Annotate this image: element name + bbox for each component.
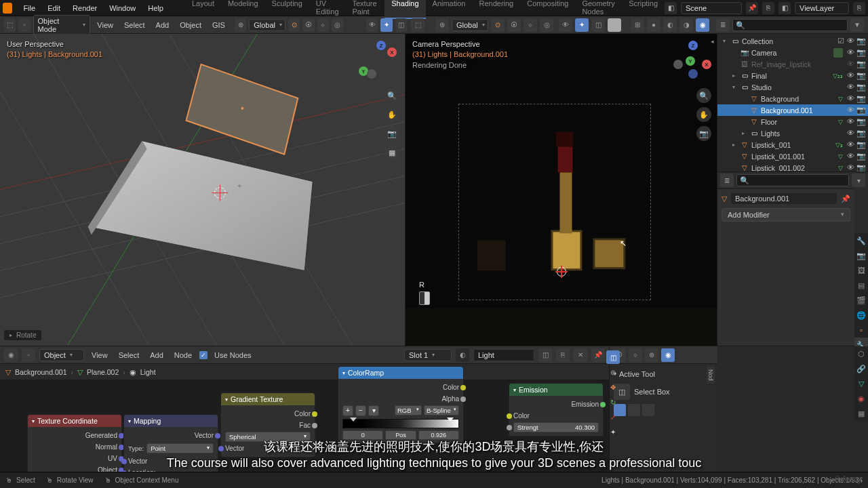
node-mapping[interactable]: Mapping Vector Type: Point▾ Vector Locat…	[123, 414, 218, 472]
outliner-item-background[interactable]: ▽Background▽👁📷	[717, 93, 868, 104]
outliner-item-lipstick-001[interactable]: ▸▽Lipstick_001▽₃👁📷	[717, 139, 868, 150]
ramp-pos-value[interactable]: 0.926	[418, 430, 459, 440]
operator-label[interactable]: ▸Rotate	[4, 330, 41, 340]
pan-icon[interactable]: ✋	[384, 107, 399, 122]
menu-view[interactable]: View	[93, 21, 117, 29]
gizmo-icon-r[interactable]: ✦	[575, 18, 589, 32]
ramp-add-icon[interactable]: +	[342, 405, 353, 416]
overlay-p-icon[interactable]: ⊕	[645, 348, 658, 362]
tab-geometry-nodes[interactable]: Geometry Nodes	[575, 0, 622, 19]
visibility-icon-r[interactable]: 👁	[559, 18, 572, 32]
pin-icon[interactable]: 📌	[841, 195, 850, 203]
menu-window[interactable]: Window	[104, 2, 141, 14]
outliner-item-lipstick-001-001[interactable]: ▽Lipstick_001.001▽👁📷	[717, 150, 868, 162]
node-menu-select[interactable]: Select	[115, 351, 143, 359]
tool-move-icon[interactable]: ✥	[606, 380, 620, 394]
perspective-toggle-icon[interactable]: ▦	[384, 145, 399, 160]
menu-gis[interactable]: GIS	[208, 21, 229, 29]
snap-target-icon-r[interactable]: ⟐	[524, 18, 537, 32]
proportional-icon[interactable]: ◎	[332, 18, 343, 32]
tab-view-layer-icon[interactable]: ▤	[854, 278, 868, 293]
pivot-icon[interactable]: ⊙	[288, 18, 300, 32]
menu-render[interactable]: Render	[67, 2, 102, 14]
material-pin-icon[interactable]: 📌	[591, 348, 605, 362]
view-layer-field[interactable]: ViewLayer	[795, 2, 849, 14]
outliner-item-studio[interactable]: ▾▭Studio👁📷	[717, 81, 868, 93]
shading-p-icon[interactable]: ◉	[661, 348, 675, 362]
tool-scale-icon[interactable]: ⤢	[606, 410, 620, 424]
add-modifier-dropdown[interactable]: Add Modifier	[722, 208, 850, 222]
pivot-icon-r[interactable]: ⊙	[491, 18, 505, 32]
bc-material[interactable]: Light	[140, 368, 156, 376]
scene-browse-icon[interactable]: ◧	[665, 2, 677, 14]
tool-rotate-icon[interactable]: ↻	[606, 395, 620, 409]
node-gradient-texture[interactable]: Gradient Texture Color Fac Spherical▾ Ve…	[220, 392, 315, 458]
slot-dropdown[interactable]: Slot 1	[404, 349, 452, 361]
snap-target-icon[interactable]: ⟐	[317, 18, 329, 32]
material-browse-icon[interactable]: ◫	[538, 348, 552, 362]
axis-gizmo[interactable]: X Y Z	[359, 41, 397, 79]
select-mode-3-icon[interactable]	[642, 404, 654, 416]
shading-matcap-icon[interactable]: ◐	[663, 18, 677, 32]
color-ramp-gradient[interactable]	[342, 419, 459, 428]
tab-scene-icon[interactable]: 🎬	[854, 293, 868, 308]
tab-texture-icon[interactable]: ▦	[854, 406, 868, 421]
tab-rendering[interactable]: Rendering	[472, 0, 520, 19]
display-mode-icon[interactable]: ≣	[720, 174, 734, 187]
pan-icon-r[interactable]: ✋	[696, 107, 711, 122]
tool-select-icon[interactable]: ◫	[606, 350, 620, 364]
node-menu-add[interactable]: Add	[146, 351, 167, 359]
menu-select[interactable]: Select	[120, 21, 149, 29]
ramp-remove-icon[interactable]: −	[355, 405, 366, 416]
tab-object-icon[interactable]: ▫	[854, 323, 868, 338]
zoom-icon-r[interactable]: 🔍	[696, 88, 711, 103]
outliner-item-final[interactable]: ▸▭Final▽₂₃👁📷	[717, 70, 868, 81]
material-preview-icon[interactable]: ◐	[456, 348, 469, 362]
snap-icon[interactable]: ⦿	[302, 18, 314, 32]
gizmo-icon[interactable]: ✦	[380, 18, 392, 32]
filter-icon[interactable]: ▼	[850, 18, 864, 32]
node-editor[interactable]: ◉ ▫ Object View Select Add Node ✓ Use No…	[0, 346, 609, 472]
orientation-dropdown[interactable]: Global	[249, 19, 285, 31]
bc-mesh[interactable]: Plane.002	[87, 368, 119, 376]
ramp-menu-icon[interactable]: ▾	[368, 405, 379, 416]
node-menu-view[interactable]: View	[88, 351, 111, 359]
bc-object[interactable]: Background.001	[15, 368, 66, 376]
menu-edit[interactable]: Edit	[42, 2, 66, 14]
node-emission[interactable]: Emission Emission Color Strengt40.300	[509, 383, 604, 436]
orientation-icon[interactable]: ⊕	[235, 18, 246, 32]
shading-solid-icon[interactable]: ●	[647, 18, 660, 32]
material-name-field[interactable]: Light	[473, 349, 534, 361]
shading-wire-icon[interactable]: ⊞	[631, 18, 644, 32]
filter-icon-2[interactable]: ▾	[852, 174, 865, 187]
outliner-type-icon[interactable]: ≣	[716, 18, 730, 32]
editor-type-node-icon[interactable]: ◉	[4, 348, 18, 362]
material-unlink-icon[interactable]: ✕	[574, 348, 587, 362]
layer-new-icon[interactable]: ⎘	[853, 2, 865, 14]
axis-gizmo-r[interactable]: X Y Z	[673, 41, 711, 79]
ramp-index[interactable]: 0	[342, 430, 383, 440]
outliner-root[interactable]: ▾▭Collection☑👁📷	[717, 35, 868, 47]
menu-help[interactable]: Help	[142, 2, 169, 14]
tab-physics-icon[interactable]: ⬡	[854, 346, 868, 361]
orientation-dropdown-r[interactable]: Global	[452, 19, 488, 31]
tab-world-icon[interactable]: 🌐	[854, 308, 868, 323]
editor-type-icon[interactable]: ⬚	[4, 18, 16, 32]
outliner-search-2[interactable]: 🔍	[736, 174, 849, 186]
tab-data-icon[interactable]: ▽	[854, 376, 868, 391]
xray-icon[interactable]	[608, 18, 621, 32]
camera-view-icon[interactable]: 📷	[384, 126, 399, 141]
menu-file[interactable]: File	[18, 2, 41, 14]
active-tool-header[interactable]: ▾Active Tool ⦙⦙	[614, 369, 713, 378]
tab-compositing[interactable]: Compositing	[520, 0, 575, 19]
outliner-item-floor[interactable]: ▽Floor▽👁📷	[717, 116, 868, 127]
tab-scripting[interactable]: Scripting	[622, 0, 665, 19]
outliner-item-lipstick-001-002[interactable]: ▽Lipstick_001.002▽👁📷	[717, 162, 868, 171]
node-menu-node[interactable]: Node	[171, 351, 195, 359]
outliner-item-lights[interactable]: ▸▭Lights👁📷	[717, 127, 868, 139]
material-new-icon[interactable]: ⎘	[556, 348, 570, 362]
tool-transform-icon[interactable]: ✦	[606, 425, 620, 439]
viewport-3d-left[interactable]: ✦ User Perspective (31) Lights | Backgro…	[0, 34, 406, 346]
scene-new-icon[interactable]: ⎘	[762, 2, 774, 14]
select-mode-2-icon[interactable]	[628, 404, 640, 416]
